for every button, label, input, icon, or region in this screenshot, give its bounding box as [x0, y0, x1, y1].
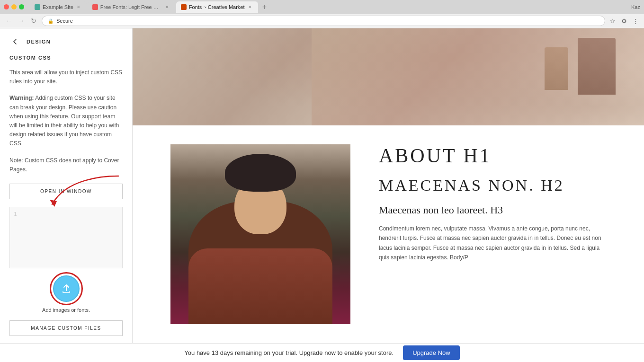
tab-close-2[interactable]: ✕ — [164, 4, 170, 10]
upgrade-button[interactable]: Upgrade Now — [403, 345, 460, 360]
forward-nav-button[interactable]: → — [17, 17, 26, 25]
hat — [225, 154, 296, 192]
main-layout: Design CUSTOM CSS This area will allow y… — [0, 28, 644, 343]
trial-banner: You have 13 days remaining on your trial… — [0, 343, 644, 362]
browser-chrome: Example Site ✕ Free Fonts: Legit Free & … — [0, 0, 644, 28]
address-bar: ← → ↻ 🔒 Secure ☆ ⚙ ⋮ — [0, 14, 644, 28]
tab-close-3[interactable]: ✕ — [247, 4, 253, 10]
new-tab-button[interactable]: + — [259, 1, 270, 13]
tab-favicon-2 — [92, 4, 98, 10]
menu-icon[interactable]: ⋮ — [632, 17, 639, 25]
site-preview: ABOUT H1 MAECENAS NON. H2 Maecenas non l… — [133, 28, 644, 343]
extensions-icon[interactable]: ⚙ — [620, 17, 628, 25]
note-text: Note: Custom CSS does not apply to Cover… — [9, 156, 123, 174]
back-nav-button[interactable]: ← — [5, 17, 13, 25]
jacket — [188, 248, 332, 324]
maximize-traffic-light[interactable] — [19, 4, 24, 9]
about-h1: ABOUT H1 — [379, 144, 606, 167]
back-button[interactable] — [9, 36, 21, 47]
tab-free-fonts[interactable]: Free Fonts: Legit Free & Qual... ✕ — [88, 1, 175, 13]
line-number: 1 — [14, 211, 17, 217]
warning-text: Warning: Adding custom CSS to your site … — [9, 94, 123, 148]
red-circle-border — [50, 272, 83, 305]
upload-area: Add images or fonts. — [9, 272, 123, 313]
upload-button[interactable] — [53, 275, 80, 302]
tab-close-1[interactable]: ✕ — [76, 4, 82, 10]
minimize-traffic-light[interactable] — [11, 4, 17, 9]
user-label: Kaz — [631, 4, 640, 10]
tab-creative-market[interactable]: Fonts ~ Creative Market ✕ — [176, 1, 258, 13]
refresh-button[interactable]: ↻ — [29, 17, 38, 25]
panel-header: Design — [0, 28, 132, 55]
traffic-lights — [4, 4, 24, 9]
custom-css-title: CUSTOM CSS — [9, 55, 123, 61]
tab-bar: Example Site ✕ Free Fonts: Legit Free & … — [0, 0, 644, 14]
decor-element-1 — [578, 38, 616, 95]
panel-title: Design — [27, 39, 51, 44]
content-image — [170, 144, 350, 324]
bookmark-icon[interactable]: ☆ — [609, 17, 617, 25]
trial-message: You have 13 days remaining on your trial… — [184, 349, 394, 356]
tab-example-site[interactable]: Example Site ✕ — [30, 1, 87, 13]
secure-icon: 🔒 — [48, 18, 54, 24]
tab-label-2: Free Fonts: Legit Free & Qual... — [100, 4, 162, 10]
address-input[interactable]: 🔒 Secure — [42, 16, 605, 26]
address-text: Secure — [56, 18, 599, 24]
site-header-image — [133, 28, 644, 125]
code-editor[interactable]: 1 — [9, 207, 123, 268]
description-text: This area will allow you to inject custo… — [9, 68, 123, 86]
tab-label-1: Example Site — [43, 4, 73, 10]
about-h2: MAECENAS NON. H2 — [379, 177, 606, 194]
manage-custom-files-button[interactable]: MANAGE CUSTOM FILES — [9, 320, 123, 336]
close-traffic-light[interactable] — [4, 4, 9, 9]
left-panel: Design CUSTOM CSS This area will allow y… — [0, 28, 133, 343]
about-h3: Maecenas non leo laoreet. H3 — [379, 204, 606, 216]
site-content: ABOUT H1 MAECENAS NON. H2 Maecenas non l… — [133, 125, 644, 343]
decor-element-2 — [545, 47, 568, 90]
body-text: Condimentum lorem nec, vulputate massa. … — [379, 224, 606, 263]
panel-content: CUSTOM CSS This area will allow you to i… — [0, 55, 132, 343]
add-images-label: Add images or fonts. — [42, 307, 90, 313]
right-panel: ABOUT H1 MAECENAS NON. H2 Maecenas non l… — [133, 28, 644, 343]
content-text: ABOUT H1 MAECENAS NON. H2 Maecenas non l… — [379, 144, 606, 263]
tab-favicon-1 — [35, 4, 40, 10]
svg-marker-0 — [50, 200, 57, 207]
code-editor-container: 1 — [9, 207, 123, 313]
browser-right-icons: ☆ ⚙ ⋮ — [609, 17, 639, 25]
tab-label-3: Fonts ~ Creative Market — [189, 4, 245, 10]
tab-favicon-3 — [181, 4, 187, 10]
open-in-window-button[interactable]: OPEN IN WINDOW — [9, 184, 123, 199]
